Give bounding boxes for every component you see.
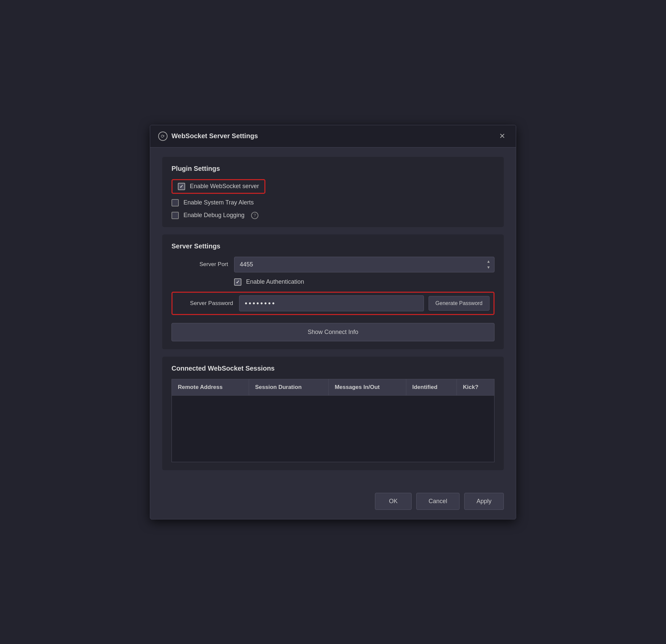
server-password-row-highlighted: Server Password Generate Password [172,292,494,315]
enable-debug-checkbox[interactable] [172,212,179,219]
enable-websocket-checkbox[interactable] [178,183,185,190]
server-settings-section: Server Settings Server Port ▲ ▼ E [162,234,504,349]
server-port-wrapper: ▲ ▼ [234,257,494,273]
sessions-title: Connected WebSocket Sessions [172,365,494,372]
server-password-input[interactable] [239,295,424,311]
overlay: ⟳ WebSocket Server Settings ✕ Plugin Set… [0,0,666,644]
dialog: ⟳ WebSocket Server Settings ✕ Plugin Set… [150,125,516,520]
sessions-header-row: Remote Address Session Duration Messages… [172,379,494,395]
enable-auth-row: Enable Authentication [234,278,494,286]
col-kick: Kick? [457,379,494,395]
dialog-footer: OK Cancel Apply [150,487,516,519]
col-identified: Identified [406,379,457,395]
generate-password-button[interactable]: Generate Password [428,296,490,311]
enable-debug-label: Enable Debug Logging [183,212,244,219]
debug-help-icon[interactable]: ? [251,212,258,219]
port-up-button[interactable]: ▲ [485,259,492,264]
server-port-label: Server Port [172,261,228,268]
port-down-button[interactable]: ▼ [485,265,492,270]
server-settings-title: Server Settings [172,242,494,250]
enable-tray-label: Enable System Tray Alerts [183,199,254,206]
col-messages: Messages In/Out [329,379,406,395]
server-port-input[interactable] [234,257,494,273]
enable-auth-checkbox[interactable] [234,278,241,286]
dialog-content: Plugin Settings Enable WebSocket server … [150,147,516,487]
websocket-icon: ⟳ [158,132,168,141]
plugin-settings-section: Plugin Settings Enable WebSocket server … [162,157,504,227]
enable-tray-row: Enable System Tray Alerts [172,199,494,206]
server-port-row: Server Port ▲ ▼ [172,257,494,273]
ok-button[interactable]: OK [375,493,411,510]
sessions-section: Connected WebSocket Sessions Remote Addr… [162,356,504,470]
enable-websocket-label: Enable WebSocket server [190,183,259,190]
enable-debug-row: Enable Debug Logging ? [172,212,494,219]
plugin-settings-title: Plugin Settings [172,165,494,173]
port-spinners: ▲ ▼ [485,259,492,270]
show-connect-info-button[interactable]: Show Connect Info [172,323,494,341]
enable-tray-checkbox[interactable] [172,199,179,206]
sessions-table: Remote Address Session Duration Messages… [172,379,494,462]
close-button[interactable]: ✕ [496,131,508,141]
title-bar-left: ⟳ WebSocket Server Settings [158,132,258,141]
server-password-label: Server Password [176,300,233,307]
dialog-title: WebSocket Server Settings [172,132,258,140]
title-bar: ⟳ WebSocket Server Settings ✕ [150,125,516,147]
col-session-duration: Session Duration [249,379,328,395]
sessions-empty-area [172,395,494,462]
apply-button[interactable]: Apply [464,493,504,510]
cancel-button[interactable]: Cancel [416,493,459,510]
enable-websocket-row-highlighted: Enable WebSocket server [172,179,265,194]
col-remote-address: Remote Address [172,379,249,395]
enable-auth-label: Enable Authentication [246,278,304,285]
